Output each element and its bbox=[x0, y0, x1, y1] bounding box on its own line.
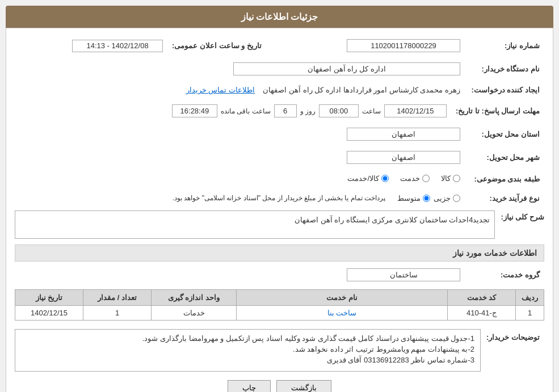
announce-label: تاریخ و ساعت اعلان عمومی: bbox=[167, 37, 266, 54]
response-date: 1402/12/15 bbox=[384, 104, 447, 117]
city-label: شهر محل تحویل: bbox=[465, 149, 544, 166]
response-time-label: ساعت bbox=[362, 107, 381, 115]
table-row: 1 ج-41-410 ساخت بنا خدمات 1 1402/12/15 bbox=[15, 306, 544, 321]
print-button[interactable]: چاپ bbox=[228, 380, 271, 392]
service-group-value: ساختمان bbox=[347, 268, 460, 281]
col-header-unit: واحد اندازه گیری bbox=[152, 290, 237, 306]
response-remaining: 16:28:49 bbox=[172, 104, 217, 117]
category-option-goods: کالا bbox=[441, 174, 460, 183]
process-note: پرداخت تمام یا بخشی از مبلغ خریدار از مح… bbox=[173, 194, 385, 202]
category-option-service: خدمت bbox=[400, 174, 430, 183]
need-number-value: 1102001178000229 bbox=[347, 39, 460, 52]
creator-label: ایجاد کننده درخواست: bbox=[465, 83, 544, 96]
notes-line: 1-جدول قیمت پیشنهادی دراسناد کامل قیمت گ… bbox=[21, 334, 474, 343]
response-deadline-label: مهلت ارسال پاسخ: تا تاریخ: bbox=[451, 102, 544, 120]
buyer-org-label: نام دستگاه خریدار: bbox=[465, 60, 544, 78]
col-header-name: نام خدمت bbox=[237, 290, 448, 306]
col-header-code: کد خدمت bbox=[448, 290, 516, 306]
response-days-label: روز و bbox=[300, 107, 316, 115]
response-time: 08:00 bbox=[319, 104, 359, 117]
service-group-label: گروه خدمت: bbox=[465, 266, 544, 284]
response-days: 6 bbox=[274, 104, 297, 117]
col-header-date: تاریخ نیاز bbox=[15, 290, 83, 306]
page-header: جزئیات اطلاعات نیاز bbox=[6, 6, 553, 28]
description-section-label: شرح کلی نیاز: bbox=[501, 210, 544, 221]
buyer-notes-label: توضیحات خریدار: bbox=[486, 328, 544, 344]
services-section-header: اطلاعات خدمات مورد نیاز bbox=[15, 245, 544, 262]
contact-link[interactable]: اطلاعات تماس خریدار bbox=[186, 86, 255, 94]
buyer-org-value: اداره کل راه آهن اصفهان bbox=[233, 62, 460, 75]
col-header-row: ردیف bbox=[516, 290, 544, 306]
buyer-notes-box: 1-جدول قیمت پیشنهادی دراسناد کامل قیمت گ… bbox=[15, 329, 481, 372]
process-option-medium: متوسط bbox=[397, 194, 430, 203]
announce-value: 1402/12/08 - 14:13 bbox=[72, 40, 163, 52]
description-value: تجدید4احداث ساختمان کلانتری مرکزی ایستگا… bbox=[15, 210, 495, 239]
col-header-qty: تعداد / مقدار bbox=[83, 290, 152, 306]
page-title: جزئیات اطلاعات نیاز bbox=[241, 12, 318, 22]
province-label: استان محل تحویل: bbox=[465, 125, 544, 143]
process-option-partial: جزیی bbox=[434, 194, 460, 203]
need-number-label: شماره نیاز: bbox=[465, 37, 544, 54]
response-remaining-label: ساعت باقی مانده bbox=[221, 107, 271, 115]
category-label: طبقه بندی موضوعی: bbox=[465, 172, 544, 186]
notes-line: 2-به پیشنهادات مبهم ویامشروط ترتیب اثر د… bbox=[21, 345, 474, 353]
category-option-both: کالا/خدمت bbox=[347, 174, 389, 183]
process-label: نوع فرآیند خرید: bbox=[465, 192, 544, 205]
city-value: اصفهان bbox=[347, 151, 460, 164]
back-button[interactable]: بازگشت bbox=[276, 380, 331, 392]
creator-value: زهره محمدی کارشناس امور قراردادها اداره … bbox=[263, 86, 460, 94]
notes-line: 3-شماره تماس ناظر 03136912283 آقای قدیری bbox=[21, 356, 474, 364]
province-value: اصفهان bbox=[347, 128, 460, 141]
